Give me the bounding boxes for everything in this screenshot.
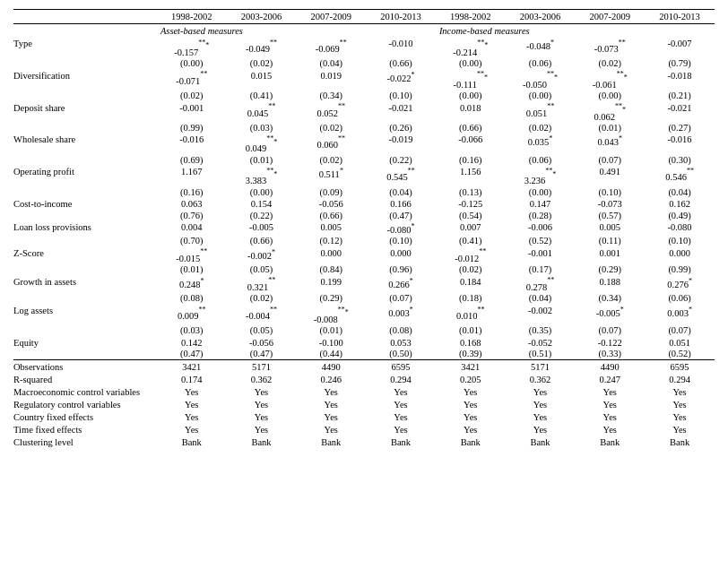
paren-cell-2-2: (0.02) <box>296 123 366 134</box>
paren-cell-6-2: (0.12) <box>296 236 366 246</box>
paren-row-5: (0.76)(0.22)(0.66)(0.47)(0.54)(0.28)(0.5… <box>13 211 715 221</box>
paren-cell-8-4: (0.18) <box>436 293 506 304</box>
cell-12-3: 0.294 <box>366 373 436 385</box>
cell-12-1: 0.362 <box>227 373 297 385</box>
cell-0-7: -0.007 <box>645 38 715 59</box>
paren-cell-5-1: (0.22) <box>227 211 297 221</box>
paren-cell-10-4: (0.39) <box>436 349 506 360</box>
paren-cell-1-0: (0.02) <box>157 91 227 101</box>
cell-15-5: Yes <box>506 410 576 423</box>
paren-cell-1-2: (0.34) <box>296 91 366 101</box>
cell-12-7: 0.294 <box>645 373 715 385</box>
paren-cell-3-3: (0.22) <box>366 155 436 166</box>
cell-8-0: 0.248* <box>157 275 227 293</box>
paren-empty-6 <box>13 236 157 246</box>
cell-0-4: -0.214*** <box>436 38 506 59</box>
paren-cell-4-6: (0.10) <box>575 187 645 198</box>
table-row: Time fixed effectsYesYesYesYesYesYesYesY… <box>13 423 715 436</box>
cell-4-1: 3.383*** <box>227 166 297 187</box>
cell-17-6: Bank <box>575 436 645 448</box>
paren-cell-9-4: (0.01) <box>436 325 506 336</box>
paren-cell-5-4: (0.54) <box>436 211 506 221</box>
paren-cell-7-4: (0.02) <box>436 264 506 275</box>
cell-2-2: 0.052** <box>296 101 366 123</box>
cell-1-2: 0.019 <box>296 69 366 91</box>
empty-header <box>13 10 157 24</box>
paren-cell-2-0: (0.99) <box>157 123 227 134</box>
cell-14-1: Yes <box>227 398 297 410</box>
col-header-5: 1998-2002 <box>436 10 506 24</box>
cell-10-3: 0.053 <box>366 336 436 349</box>
paren-cell-1-3: (0.10) <box>366 91 436 101</box>
cell-10-2: -0.100 <box>296 336 366 349</box>
cell-17-4: Bank <box>436 436 506 448</box>
paren-cell-10-3: (0.50) <box>366 349 436 360</box>
cell-16-1: Yes <box>227 423 297 436</box>
cell-9-0: 0.009** <box>157 304 227 325</box>
cell-0-2: -0.069** <box>296 38 366 59</box>
paren-cell-10-6: (0.33) <box>575 349 645 360</box>
col-header-3: 2007-2009 <box>296 10 366 24</box>
cell-11-6: 4490 <box>575 360 645 374</box>
cell-5-0: 0.063 <box>157 198 227 211</box>
paren-cell-7-2: (0.84) <box>296 264 366 275</box>
empty-subheader <box>13 23 157 38</box>
paren-cell-0-3: (0.66) <box>366 58 436 69</box>
cell-16-2: Yes <box>296 423 366 436</box>
paren-row-8: (0.08)(0.02)(0.29)(0.07)(0.18)(0.04)(0.3… <box>13 293 715 304</box>
paren-cell-8-6: (0.34) <box>575 293 645 304</box>
row-label-17: Clustering level <box>13 436 157 448</box>
paren-cell-7-7: (0.99) <box>645 264 715 275</box>
row-label-8: Growth in assets <box>13 275 157 293</box>
paren-cell-3-1: (0.01) <box>227 155 297 166</box>
paren-cell-10-5: (0.51) <box>506 349 576 360</box>
paren-empty-4 <box>13 187 157 198</box>
paren-cell-9-7: (0.07) <box>645 325 715 336</box>
paren-cell-9-0: (0.03) <box>157 325 227 336</box>
cell-17-3: Bank <box>366 436 436 448</box>
cell-13-5: Yes <box>506 385 576 398</box>
col-header-8: 2010-2013 <box>645 10 715 24</box>
paren-cell-0-2: (0.04) <box>296 58 366 69</box>
cell-4-0: 1.167 <box>157 166 227 187</box>
cell-1-1: 0.015 <box>227 69 297 91</box>
paren-cell-3-5: (0.06) <box>506 155 576 166</box>
cell-1-0: -0.071** <box>157 69 227 91</box>
cell-8-3: 0.266* <box>366 275 436 293</box>
paren-cell-10-0: (0.47) <box>157 349 227 360</box>
paren-cell-2-6: (0.01) <box>575 123 645 134</box>
col-header-6: 2003-2006 <box>506 10 576 24</box>
paren-cell-6-5: (0.52) <box>506 236 576 246</box>
table-row: Diversification-0.071**0.0150.019-0.022*… <box>13 69 715 91</box>
paren-cell-1-1: (0.41) <box>227 91 297 101</box>
paren-cell-5-5: (0.28) <box>506 211 576 221</box>
row-label-13: Macroeconomic control variables <box>13 385 157 398</box>
cell-9-6: -0.005* <box>575 304 645 325</box>
cell-14-2: Yes <box>296 398 366 410</box>
cell-10-0: 0.142 <box>157 336 227 349</box>
cell-0-1: -0.049** <box>227 38 297 59</box>
cell-2-7: -0.021 <box>645 101 715 123</box>
paren-empty-0 <box>13 58 157 69</box>
cell-10-4: 0.168 <box>436 336 506 349</box>
cell-17-5: Bank <box>506 436 576 448</box>
paren-cell-9-6: (0.07) <box>575 325 645 336</box>
cell-2-4: 0.018 <box>436 101 506 123</box>
row-label-5: Cost-to-income <box>13 198 157 211</box>
table-row: Equity0.142-0.056-0.1000.0530.168-0.052-… <box>13 336 715 349</box>
cell-12-5: 0.362 <box>506 373 576 385</box>
cell-6-7: -0.080 <box>645 221 715 237</box>
col-header-1: 1998-2002 <box>157 10 227 24</box>
cell-6-0: 0.004 <box>157 221 227 237</box>
paren-cell-10-7: (0.52) <box>645 349 715 360</box>
row-label-12: R-squared <box>13 373 157 385</box>
cell-7-2: 0.000 <box>296 246 366 264</box>
cell-6-3: -0.080* <box>366 221 436 237</box>
cell-8-5: 0.278** <box>506 275 576 293</box>
cell-3-1: 0.049*** <box>227 134 297 155</box>
paren-cell-8-1: (0.02) <box>227 293 297 304</box>
paren-cell-4-7: (0.04) <box>645 187 715 198</box>
table-row: Regulatory control variablesYesYesYesYes… <box>13 398 715 410</box>
cell-2-5: 0.051** <box>506 101 576 123</box>
cell-11-3: 6595 <box>366 360 436 374</box>
